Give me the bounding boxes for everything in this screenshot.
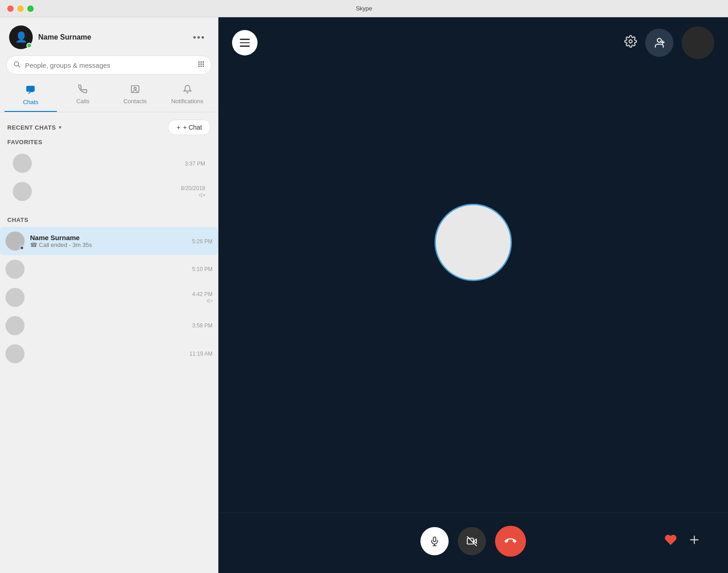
search-input[interactable] (25, 61, 193, 69)
settings-button[interactable] (624, 35, 637, 51)
recent-chats-label: RECENT CHATS (7, 124, 56, 131)
call-top-bar (218, 17, 728, 68)
svg-marker-27 (474, 539, 476, 543)
react-button[interactable] (664, 533, 677, 549)
fav-avatar-1 (13, 154, 32, 173)
tab-chats[interactable]: Chats (5, 80, 57, 112)
sidebar: 👤 Name Surname ••• (0, 17, 218, 573)
tab-chats-label: Chats (23, 99, 38, 106)
chevron-down-icon: ▾ (59, 124, 61, 131)
svg-rect-4 (202, 61, 204, 63)
search-bar[interactable] (6, 55, 212, 75)
chats-section-header: CHATS (0, 209, 218, 227)
svg-point-21 (657, 38, 662, 42)
svg-rect-24 (433, 537, 436, 542)
tab-calls[interactable]: Calls (57, 80, 109, 112)
menu-button[interactable] (232, 30, 258, 55)
end-call-button[interactable] (495, 526, 526, 557)
chat-avatar-5 (5, 344, 25, 363)
call-panel (218, 17, 728, 573)
list-item[interactable]: Name Surname ☎ Call ended - 3m 35s 5:26 … (0, 227, 218, 255)
chat-preview-1: ☎ Call ended - 3m 35s (30, 241, 92, 248)
profile-header: 👤 Name Surname ••• (0, 17, 218, 55)
new-chat-button[interactable]: + + Chat (168, 120, 211, 135)
window-title: Skype (356, 5, 372, 12)
hamburger-icon (240, 39, 250, 40)
fav-avatar-2 (13, 182, 32, 201)
search-icon (13, 60, 20, 70)
mute-icon (181, 192, 205, 200)
list-item[interactable]: 8/20/2018 (7, 177, 211, 206)
fav-time-2: 8/20/2018 (181, 185, 205, 191)
list-item[interactable]: 5:10 PM (0, 255, 218, 283)
tab-notifications-label: Notifications (171, 98, 203, 105)
svg-rect-9 (201, 65, 202, 67)
plus-icon: + (177, 124, 180, 131)
online-status-dot (26, 43, 32, 48)
microphone-button[interactable] (420, 527, 449, 555)
call-controls (218, 513, 728, 573)
svg-rect-5 (198, 64, 200, 65)
tab-contacts[interactable]: Contacts (109, 80, 162, 112)
more-button[interactable] (688, 533, 701, 550)
svg-marker-14 (199, 193, 202, 196)
svg-rect-2 (198, 61, 200, 63)
chat-time-1: 5:26 PM (192, 238, 212, 245)
calls-icon (78, 85, 87, 96)
fav-time-1: 3:37 PM (185, 161, 205, 167)
chat-avatar-4 (5, 316, 25, 335)
list-item[interactable]: 4:42 PM (0, 283, 218, 312)
call-controls-right (664, 533, 701, 550)
call-avatar-circle (435, 204, 512, 281)
call-center (218, 17, 728, 513)
app-container: 👤 Name Surname ••• (0, 17, 728, 573)
chat-avatar-3 (5, 288, 25, 307)
svg-point-20 (629, 40, 632, 43)
profile-name[interactable]: Name Surname (38, 33, 91, 41)
tab-notifications[interactable]: Notifications (161, 80, 213, 112)
svg-rect-6 (201, 64, 202, 65)
title-bar: Skype (0, 0, 728, 17)
favorites-section: FAVORITES 3:37 PM (0, 139, 218, 209)
svg-rect-11 (26, 86, 35, 92)
chat-time-2: 5:10 PM (192, 266, 212, 272)
close-button[interactable] (7, 5, 14, 12)
chats-icon (25, 85, 35, 97)
avatar-container: 👤 (9, 25, 33, 49)
window-controls[interactable] (7, 5, 34, 12)
svg-rect-3 (201, 61, 202, 63)
hamburger-icon (240, 42, 250, 44)
chat-time-4: 3:58 PM (192, 322, 212, 329)
more-options-button[interactable]: ••• (189, 30, 209, 45)
chat-avatar-2 (5, 260, 25, 279)
svg-line-1 (18, 65, 20, 67)
profile-picture-button[interactable] (682, 26, 714, 59)
grid-icon[interactable] (197, 60, 205, 70)
chat-name-1: Name Surname (30, 234, 92, 241)
chat-time-3: 4:42 PM (192, 291, 212, 297)
svg-rect-8 (198, 65, 200, 67)
online-dot (20, 246, 24, 250)
tab-contacts-label: Contacts (123, 98, 147, 105)
add-contact-button[interactable] (645, 29, 673, 57)
hamburger-icon (240, 45, 250, 47)
list-item[interactable]: 3:58 PM (0, 312, 218, 340)
contacts-icon (131, 85, 140, 96)
profile-left: 👤 Name Surname (9, 25, 91, 49)
chat-time-5: 11:19 AM (189, 351, 212, 357)
maximize-button[interactable] (27, 5, 34, 12)
minimize-button[interactable] (17, 5, 24, 12)
svg-marker-17 (207, 299, 209, 303)
more-dots-icon: ••• (193, 32, 205, 42)
call-top-right (624, 26, 714, 59)
tab-calls-label: Calls (76, 98, 90, 105)
recent-chats-header: RECENT CHATS ▾ + + Chat (0, 112, 218, 139)
svg-rect-7 (202, 64, 204, 65)
recent-chats-title-group[interactable]: RECENT CHATS ▾ (7, 124, 61, 131)
nav-tabs: Chats Calls Contacts (0, 80, 218, 112)
new-chat-label: + Chat (183, 124, 202, 131)
favorites-title: FAVORITES (7, 139, 211, 146)
video-button[interactable] (458, 527, 486, 555)
list-item[interactable]: 3:37 PM (7, 149, 211, 177)
list-item[interactable]: 11:19 AM (0, 340, 218, 368)
